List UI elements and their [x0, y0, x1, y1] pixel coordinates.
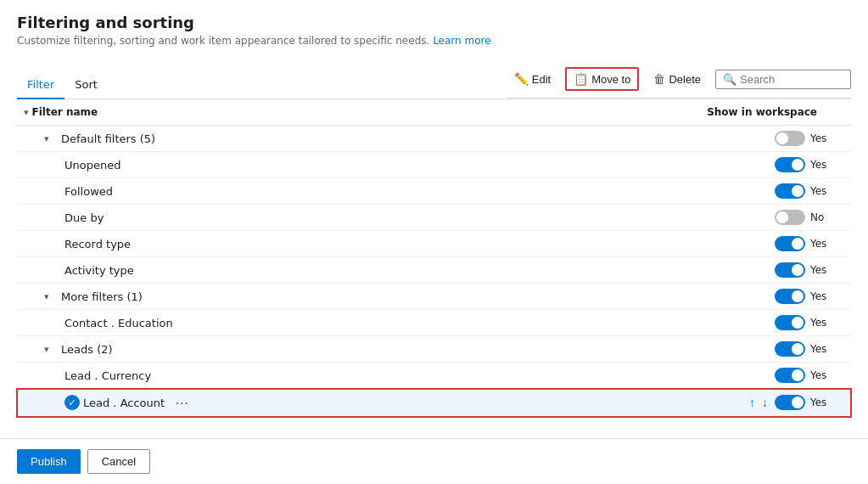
toggle-label: Yes: [810, 264, 827, 276]
toggle-switch[interactable]: [775, 289, 805, 304]
filter-name-cell: ▾More filters (1): [17, 284, 476, 310]
col-show-in-workspace: Show in workspace: [476, 99, 851, 126]
show-in-workspace-cell: Yes: [476, 152, 851, 178]
show-in-workspace-cell: Yes: [476, 178, 851, 205]
show-in-workspace-cell: Yes: [476, 231, 851, 257]
table-row[interactable]: FollowedYes: [17, 178, 851, 205]
sort-chevron: ▾: [24, 107, 29, 118]
show-in-workspace-cell: No: [476, 205, 851, 231]
filter-name-cell: ✓Lead . Account⋯: [17, 389, 476, 417]
toggle-switch[interactable]: [775, 210, 805, 225]
page-title: Filtering and sorting: [17, 14, 851, 31]
edit-button[interactable]: ✏️ Edit: [507, 68, 558, 90]
filter-name-cell: ▾Default filters (5): [17, 126, 476, 152]
search-input[interactable]: [740, 73, 850, 86]
toggle-label: Yes: [810, 132, 827, 144]
table-row[interactable]: Contact . EducationYes: [17, 310, 851, 336]
filter-label: Leads (2): [61, 343, 113, 356]
bottom-toolbar: Publish Cancel: [0, 438, 868, 484]
toggle-switch[interactable]: [775, 368, 805, 383]
group-chevron[interactable]: ▾: [44, 291, 54, 302]
col-filter-name: ▾ Filter name: [17, 99, 476, 126]
toggle-label: Yes: [810, 290, 827, 302]
filter-label: Due by: [64, 211, 104, 224]
filter-label: Unopened: [64, 159, 120, 172]
table-row[interactable]: ▾More filters (1)Yes: [17, 284, 851, 310]
move-icon: 📋: [574, 72, 588, 86]
toggle-label: Yes: [810, 185, 827, 197]
show-in-workspace-cell: Yes: [476, 257, 851, 284]
filter-name-cell: Contact . Education: [17, 310, 476, 336]
toggle-label: No: [810, 211, 827, 223]
toggle-label: Yes: [810, 238, 827, 250]
toggle-switch[interactable]: [775, 262, 805, 278]
move-down-button[interactable]: ↓: [760, 394, 770, 411]
search-box[interactable]: 🔍: [715, 70, 851, 89]
tab-sort[interactable]: Sort: [64, 71, 108, 99]
toggle-switch[interactable]: [775, 315, 805, 330]
toggle-label: Yes: [810, 317, 827, 329]
toggle-switch[interactable]: [775, 183, 805, 199]
filter-label: Record type: [64, 238, 131, 250]
filter-name-cell: Activity type: [17, 257, 476, 284]
table-row[interactable]: UnopenedYes: [17, 152, 851, 178]
toggle-label: Yes: [810, 159, 827, 171]
filter-label: Contact . Education: [64, 317, 173, 329]
show-in-workspace-cell: Yes: [476, 363, 851, 389]
filter-label: Lead . Currency: [64, 369, 151, 382]
learn-more-link[interactable]: Learn more: [433, 35, 490, 47]
tab-filter[interactable]: Filter: [17, 71, 64, 99]
show-in-workspace-cell: ↑↓Yes: [476, 389, 851, 417]
group-chevron[interactable]: ▾: [44, 344, 54, 355]
filter-name-cell: Due by: [17, 205, 476, 231]
table-row[interactable]: ▾Default filters (5)Yes: [17, 126, 851, 152]
publish-button[interactable]: Publish: [17, 449, 81, 474]
filter-label: Followed: [64, 185, 113, 198]
toggle-label: Yes: [810, 397, 827, 408]
filter-label: Activity type: [64, 264, 134, 277]
filter-name-cell: Unopened: [17, 152, 476, 178]
toggle-label: Yes: [810, 343, 827, 355]
toggle-switch[interactable]: [775, 157, 805, 172]
toggle-switch[interactable]: [775, 236, 805, 251]
table-row[interactable]: Lead . CurrencyYes: [17, 363, 851, 389]
delete-icon: 🗑: [653, 72, 665, 86]
filter-name-cell: Record type: [17, 231, 476, 257]
group-chevron[interactable]: ▾: [44, 133, 54, 144]
filter-name-cell: Lead . Currency: [17, 363, 476, 389]
show-in-workspace-cell: Yes: [476, 126, 851, 152]
show-in-workspace-cell: Yes: [476, 310, 851, 336]
selected-check: ✓: [64, 395, 80, 410]
table-row[interactable]: Due byNo: [17, 205, 851, 231]
more-options-icon[interactable]: ⋯: [168, 395, 195, 411]
show-in-workspace-cell: Yes: [476, 284, 851, 310]
filter-label: More filters (1): [61, 290, 143, 303]
filter-name-cell: ▾Leads (2): [17, 336, 476, 363]
filter-label: Default filters (5): [61, 132, 155, 145]
search-icon: 🔍: [723, 73, 736, 86]
filter-name-cell: Followed: [17, 178, 476, 205]
toggle-label: Yes: [810, 369, 827, 381]
toggle-switch[interactable]: [775, 395, 805, 410]
table-row[interactable]: Record typeYes: [17, 231, 851, 257]
delete-button[interactable]: 🗑 Delete: [646, 68, 708, 90]
page-subtitle: Customize filtering, sorting and work it…: [17, 35, 851, 47]
filter-table: ▾ Filter name Show in workspace ▾Default…: [17, 99, 851, 417]
table-row[interactable]: Activity typeYes: [17, 257, 851, 284]
move-to-button[interactable]: 📋 Move to: [565, 67, 639, 91]
show-in-workspace-cell: Yes: [476, 336, 851, 363]
table-row[interactable]: ▾Leads (2)Yes: [17, 336, 851, 363]
filter-label: Lead . Account: [83, 397, 165, 409]
table-row[interactable]: ✓Lead . Account⋯↑↓Yes: [17, 389, 851, 417]
move-up-button[interactable]: ↑: [748, 394, 757, 411]
edit-icon: ✏️: [514, 72, 529, 86]
cancel-button[interactable]: Cancel: [87, 449, 150, 474]
toggle-switch: [775, 131, 805, 146]
toggle-switch[interactable]: [775, 341, 805, 357]
